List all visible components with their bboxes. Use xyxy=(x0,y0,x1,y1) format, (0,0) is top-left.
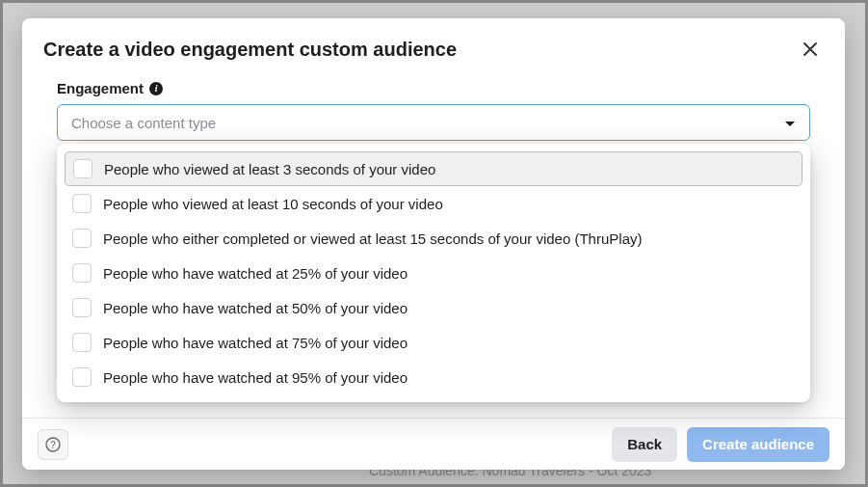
option-checkbox[interactable] xyxy=(73,159,92,178)
dropdown-option[interactable]: People who either completed or viewed at… xyxy=(65,221,802,256)
modal-dialog: Create a video engagement custom audienc… xyxy=(22,18,845,470)
content-type-select[interactable]: Choose a content type xyxy=(57,104,810,141)
create-audience-button[interactable]: Create audience xyxy=(687,427,829,462)
info-icon[interactable]: i xyxy=(149,82,163,95)
modal-title: Create a video engagement custom audienc… xyxy=(43,39,457,61)
back-button[interactable]: Back xyxy=(612,427,677,462)
option-label: People who have watched at 95% of your v… xyxy=(103,369,408,386)
help-button[interactable]: ? xyxy=(38,429,68,460)
option-label: People who have watched at 50% of your v… xyxy=(103,300,408,316)
dropdown-option[interactable]: People who have watched at 25% of your v… xyxy=(65,256,802,290)
option-label: People who viewed at least 3 seconds of … xyxy=(104,161,435,177)
engagement-field-label: Engagement i xyxy=(57,80,810,96)
help-icon: ? xyxy=(45,437,61,452)
content-type-dropdown: People who viewed at least 3 seconds of … xyxy=(57,144,810,402)
caret-down-icon xyxy=(784,115,796,131)
dropdown-option[interactable]: People who viewed at least 3 seconds of … xyxy=(65,151,802,186)
dropdown-option[interactable]: People who have watched at 95% of your v… xyxy=(65,360,802,394)
dropdown-option[interactable]: People who have watched at 75% of your v… xyxy=(65,325,802,360)
field-label-text: Engagement xyxy=(57,80,144,96)
close-button[interactable] xyxy=(797,36,824,63)
option-checkbox[interactable] xyxy=(72,333,92,352)
option-checkbox[interactable] xyxy=(72,194,92,213)
modal-body: Engagement i Choose a content type Peopl… xyxy=(22,70,845,418)
option-checkbox[interactable] xyxy=(72,263,92,283)
modal-footer: ? Back Create audience xyxy=(22,418,845,470)
dropdown-option[interactable]: People who have watched at 50% of your v… xyxy=(65,290,802,325)
option-label: People who either completed or viewed at… xyxy=(103,230,642,247)
modal-header: Create a video engagement custom audienc… xyxy=(22,18,845,70)
option-label: People who have watched at 25% of your v… xyxy=(103,265,408,282)
option-checkbox[interactable] xyxy=(72,229,92,248)
option-label: People who viewed at least 10 seconds of… xyxy=(103,196,443,212)
option-checkbox[interactable] xyxy=(72,298,92,317)
select-placeholder: Choose a content type xyxy=(71,115,216,131)
dropdown-option[interactable]: People who viewed at least 10 seconds of… xyxy=(65,186,802,221)
option-checkbox[interactable] xyxy=(72,367,92,387)
close-icon xyxy=(802,41,819,58)
svg-text:?: ? xyxy=(50,440,56,450)
option-label: People who have watched at 75% of your v… xyxy=(103,335,408,351)
